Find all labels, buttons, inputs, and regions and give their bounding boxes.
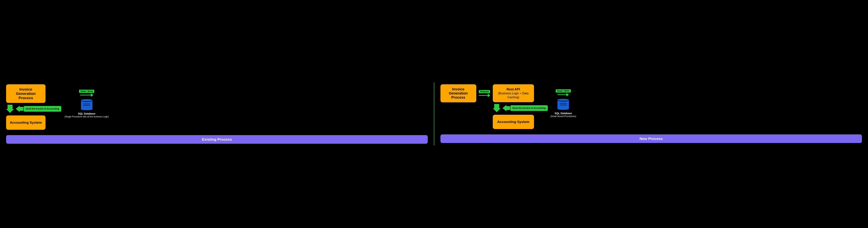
arrow-right xyxy=(479,93,490,97)
new-sql-database-icon: SQL Database (Small Stored Procedures) xyxy=(550,98,576,118)
new-accounting-system-box: Accounting System xyxy=(493,115,534,129)
shaft xyxy=(80,95,91,96)
db-top xyxy=(81,99,93,102)
main-layout: Invoice Generation Process xyxy=(0,79,868,149)
send-invoice-new-label: Send the Invoice to Accounting xyxy=(510,105,548,111)
tip xyxy=(566,93,569,97)
left-arrow-new xyxy=(502,105,510,111)
db-line xyxy=(83,104,90,104)
new-top-row: Invoice Generation Process Request Rest … xyxy=(440,84,862,129)
invoice-generation-box: Invoice Generation Process xyxy=(6,84,45,103)
rest-api-box: Rest API (Business Logic + Data Caching) xyxy=(493,84,534,102)
down-arrow-existing xyxy=(6,105,14,113)
send-invoice-block: Send the Invoice to Accounting xyxy=(16,106,61,112)
read-write-arrow-new: Read / Write xyxy=(556,89,571,97)
request-arrow: Request xyxy=(479,84,490,97)
new-panel: Invoice Generation Process Request Rest … xyxy=(436,82,866,145)
panel-divider xyxy=(434,82,434,146)
request-label: Request xyxy=(479,90,490,93)
send-invoice-label: Send the Invoice to Accounting xyxy=(24,106,61,112)
arrow-shaft xyxy=(494,104,499,108)
new-mid-row: Send the Invoice to Accounting xyxy=(493,104,548,112)
arrow-shaft xyxy=(20,107,23,111)
arrow-right-new xyxy=(557,93,569,97)
db-label: SQL Database (Single Procedure with all … xyxy=(64,112,109,118)
shaft xyxy=(479,95,488,96)
mid-row: Send the Invoice to Accounting xyxy=(6,105,61,113)
db-top xyxy=(557,98,569,102)
read-write-label-new: Read / Write xyxy=(556,89,571,92)
db-line xyxy=(560,104,567,104)
existing-panel: Invoice Generation Process xyxy=(2,82,432,146)
new-db-col: Read / Write SQL Database xyxy=(550,84,576,118)
arrow-head xyxy=(493,108,501,112)
new-db-label: SQL Database (Small Stored Procedures) xyxy=(550,112,576,118)
tip xyxy=(91,93,93,97)
existing-top-row: Invoice Generation Process xyxy=(6,84,428,130)
db-line xyxy=(560,105,567,105)
sql-database-icon: SQL Database (Single Procedure with all … xyxy=(64,99,109,118)
arrow-shaft xyxy=(7,105,12,109)
arrow-head xyxy=(6,109,14,113)
accounting-system-box: Accounting System xyxy=(6,115,45,130)
db-line xyxy=(83,105,90,106)
left-arrow xyxy=(16,106,23,112)
arrow-shaft xyxy=(506,106,510,110)
send-invoice-new-block: Send the Invoice to Accounting xyxy=(502,105,548,111)
read-write-arrow: Read / Write xyxy=(79,90,94,97)
rest-api-col: Rest API (Business Logic + Data Caching) xyxy=(493,84,548,129)
arrow-right xyxy=(80,93,93,97)
existing-left-col: Invoice Generation Process xyxy=(6,84,61,130)
new-process-label: New Process xyxy=(440,135,862,143)
tip xyxy=(488,93,490,97)
shaft xyxy=(557,94,566,95)
arrow-head xyxy=(502,105,506,111)
existing-right-col: Read / Write SQL Database xyxy=(64,84,109,118)
read-write-label: Read / Write xyxy=(79,90,94,93)
down-arrow-new xyxy=(493,104,501,112)
existing-process-label: Existing Process xyxy=(6,135,428,144)
arrow-head xyxy=(16,106,20,112)
rest-api-label: Rest API (Business Logic + Data Caching) xyxy=(496,87,530,99)
new-invoice-generation-box: Invoice Generation Process xyxy=(440,84,476,102)
